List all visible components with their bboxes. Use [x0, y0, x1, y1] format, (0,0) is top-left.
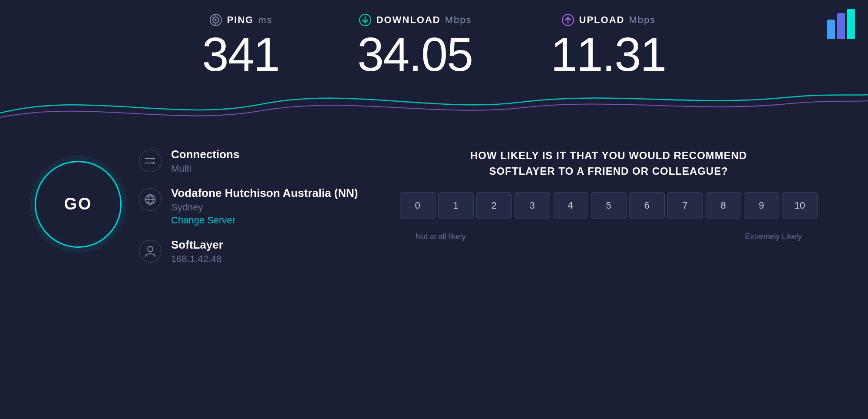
isp-text: Vodafone Hutchison Australia (NN) Sydney…	[171, 186, 358, 226]
person-icon	[139, 240, 162, 263]
connections-value: Multi	[171, 163, 239, 174]
server-ip: 168.1.42.48	[171, 253, 223, 265]
upload-header: UPLOAD Mbps	[561, 13, 656, 27]
svg-marker-10	[153, 157, 155, 160]
upload-icon	[561, 13, 575, 27]
svg-marker-12	[153, 162, 155, 164]
go-button-label: GO	[64, 195, 92, 213]
ping-icon	[209, 13, 223, 27]
bar-3	[847, 9, 855, 39]
download-header: DOWNLOAD Mbps	[358, 13, 472, 27]
ping-label: PING	[227, 14, 254, 26]
rating-2[interactable]: 2	[476, 192, 512, 219]
bar-2	[837, 13, 845, 39]
rating-label-right: Extremely Likely	[745, 232, 802, 241]
recommendation-question: HOW LIKELY IS IT THAT YOU WOULD RECOMMEN…	[446, 148, 772, 179]
info-details: Connections Multi	[139, 143, 358, 265]
upload-label: UPLOAD	[579, 14, 625, 26]
go-button-row: GO	[35, 143, 358, 265]
metrics-section: PING ms 341 DOWNLOAD Mbps 34.05	[0, 0, 868, 83]
isp-city: Sydney	[171, 202, 358, 213]
ping-unit: ms	[258, 14, 272, 26]
upload-value: 11.31	[551, 30, 666, 78]
rating-8[interactable]: 8	[706, 192, 741, 219]
rating-10[interactable]: 10	[782, 192, 818, 219]
download-label: DOWNLOAD	[376, 14, 441, 26]
rating-0[interactable]: 0	[400, 192, 436, 219]
download-value: 34.05	[357, 30, 472, 78]
isp-row: Vodafone Hutchison Australia (NN) Sydney…	[139, 186, 358, 226]
upload-metric: UPLOAD Mbps 11.31	[551, 13, 666, 78]
go-button[interactable]: GO	[35, 161, 122, 248]
bar-1	[827, 20, 835, 39]
connections-text: Connections Multi	[171, 148, 239, 174]
recommendation-panel: HOW LIKELY IS IT THAT YOU WOULD RECOMMEN…	[384, 143, 833, 241]
rating-6[interactable]: 6	[629, 192, 665, 219]
server-row: SoftLayer 168.1.42.48	[139, 238, 358, 265]
bar-chart-icon	[827, 9, 855, 39]
rating-labels: Not at all likely Extremely Likely	[413, 232, 804, 241]
connections-row: Connections Multi	[139, 148, 358, 174]
globe-icon	[139, 188, 162, 211]
change-server-button[interactable]: Change Server	[171, 215, 358, 226]
ping-metric: PING ms 341	[202, 13, 279, 78]
ping-value: 341	[202, 30, 279, 78]
server-text: SoftLayer 168.1.42.48	[171, 238, 223, 265]
isp-label: Vodafone Hutchison Australia (NN)	[171, 186, 358, 200]
upload-unit: Mbps	[629, 14, 656, 26]
rating-4[interactable]: 4	[553, 192, 588, 219]
top-right-bars	[827, 9, 855, 39]
connections-icon	[139, 150, 162, 172]
rating-5[interactable]: 5	[591, 192, 627, 219]
ping-header: PING ms	[209, 13, 273, 27]
download-unit: Mbps	[445, 14, 472, 26]
bottom-section: GO	[0, 126, 868, 265]
server-label: SoftLayer	[171, 238, 223, 252]
rating-3[interactable]: 3	[515, 192, 550, 219]
wave-section	[0, 83, 868, 126]
svg-point-18	[148, 246, 153, 252]
download-metric: DOWNLOAD Mbps 34.05	[357, 13, 472, 78]
rating-9[interactable]: 9	[744, 192, 779, 219]
connections-label: Connections	[171, 148, 239, 161]
rating-row: 0 1 2 3 4 5 6 7 8 9 10	[400, 192, 818, 219]
download-icon	[358, 13, 372, 27]
rating-7[interactable]: 7	[667, 192, 703, 219]
rating-label-left: Not at all likely	[416, 232, 466, 241]
info-panel: GO	[35, 143, 358, 265]
rating-1[interactable]: 1	[438, 192, 474, 219]
